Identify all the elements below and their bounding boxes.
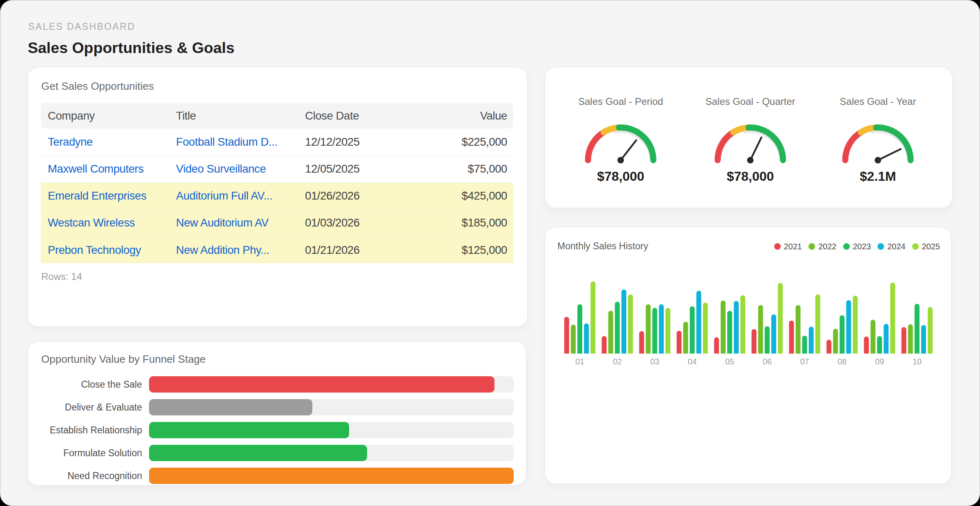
svg-text:07: 07 [800,357,809,366]
svg-text:10: 10 [913,357,922,366]
svg-text:03: 03 [650,357,659,366]
svg-text:08: 08 [837,357,846,366]
svg-text:04: 04 [688,357,697,366]
svg-text:09: 09 [875,357,884,366]
svg-text:06: 06 [763,357,772,366]
svg-text:05: 05 [725,357,734,366]
svg-text:02: 02 [613,357,622,366]
svg-text:01: 01 [575,357,584,366]
